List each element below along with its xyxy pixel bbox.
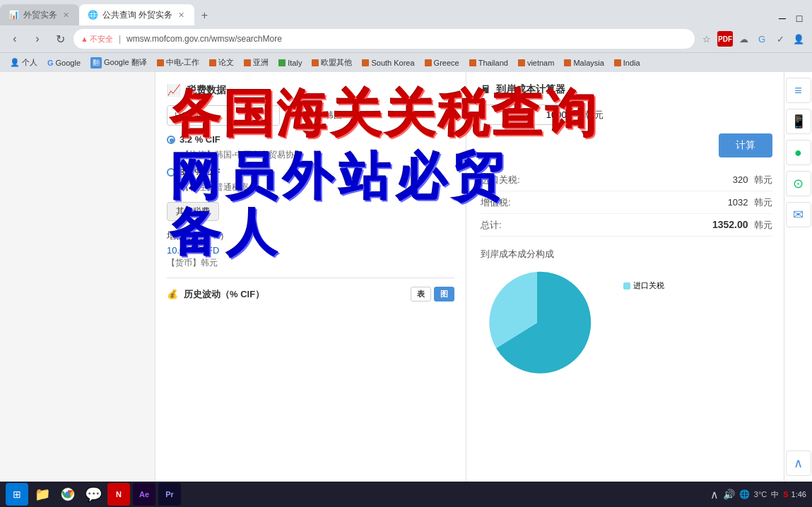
cif-option-1[interactable]: 3.2 % CIF — [167, 134, 454, 145]
history-header: 💰 历史波动（% CIF） 表 图 — [167, 287, 454, 302]
ime-indicator[interactable]: 中 — [771, 489, 779, 500]
taskbar-chrome[interactable] — [57, 483, 79, 506]
bookmark-italy[interactable]: Italy — [274, 57, 306, 68]
bookmark-translate[interactable]: 翻 Google 翻译 — [86, 56, 151, 70]
bookmark-label: Malaysia — [573, 59, 604, 67]
chat-sidebar-icon[interactable]: ✉ — [786, 202, 811, 227]
list-sidebar-icon[interactable]: ≡ — [786, 78, 811, 103]
bookmark-thailand[interactable]: Thailand — [465, 57, 512, 68]
bookmark-label: vietnam — [527, 59, 555, 67]
bookmark-south-korea[interactable]: South Korea — [358, 57, 418, 68]
history-title: 历史波动（% CIF） — [184, 288, 264, 301]
taskbar-app4[interactable]: N — [107, 483, 130, 506]
pie-chart-container: 进口关税 — [481, 266, 622, 379]
tab-close[interactable]: ✕ — [61, 9, 71, 21]
browser-ext-icon[interactable]: G — [754, 31, 770, 47]
other-taxes-button[interactable]: 其他税费 — [167, 202, 219, 221]
phone-sidebar-icon[interactable]: 📱 — [786, 109, 811, 134]
calc-amount-input[interactable] — [481, 105, 579, 125]
history-tabs: 表 图 — [411, 287, 454, 302]
maximize-button[interactable]: □ — [792, 11, 806, 25]
currency-unit: 韩元 — [585, 109, 604, 121]
tab-close-active[interactable]: ✕ — [177, 9, 186, 21]
chart-title: 到岸成本成分构成 — [481, 248, 772, 261]
taskbar: ⊞ 📁 💬 N Ae Pr ∧ 🔊 🌐 3°C 中 S 1:46 — [0, 482, 812, 507]
protocol-note: 【协议】韩国-中国自由贸易协定 — [167, 149, 454, 161]
check-icon[interactable]: ✓ — [772, 31, 788, 47]
bookmark-greece[interactable]: Greece — [420, 57, 464, 68]
total-label: 总计: — [481, 219, 502, 232]
cif-option-2[interactable]: 8.0 % CIF — [167, 167, 454, 177]
wechat-sidebar-icon[interactable]: ● — [786, 140, 811, 165]
vat-section: 增值税（VAT） 10.0 % CIFD 【货币】韩元 — [167, 229, 454, 269]
tab-inactive[interactable]: 📊 外贸实务 ✕ — [0, 4, 79, 25]
address-bar-row: ‹ › ↻ ▲ ▲ 不安全 不安全 | wmsw.mofcom.gov.cn/w… — [0, 25, 812, 52]
bookmark-label: 亚洲 — [253, 57, 269, 68]
content-wrapper: 各国海关关税查询 网员外站必贸 备人 📈 税费数据 进口国： 韩国 3.2 % … — [155, 72, 784, 482]
start-button[interactable]: ⊞ — [6, 483, 28, 506]
radio-selected-icon — [167, 136, 175, 144]
bookmark-work[interactable]: 中电-工作 — [153, 56, 204, 69]
forward-button[interactable]: › — [28, 30, 47, 48]
calc-panel: 🖩 到岸成本计算器 韩元 计算 进口关税: 320 韩元 增值税: — [466, 72, 784, 482]
profile-icon[interactable]: 👤 — [791, 31, 806, 47]
taskbar-clock: 1:46 — [792, 490, 806, 499]
bookmark-label: South Korea — [371, 59, 414, 67]
mini-program-sidebar-icon[interactable]: ⊙ — [786, 171, 811, 196]
taskbar-pr[interactable]: Pr — [158, 483, 181, 506]
bookmark-india[interactable]: India — [610, 57, 645, 68]
import-duty-unit: 韩元 — [754, 174, 772, 185]
vat-result-row: 增值税: 1032 韩元 — [481, 191, 772, 214]
bookmark-eu[interactable]: 欧盟其他 — [307, 56, 356, 69]
tab-favicon-active: 🌐 — [88, 10, 98, 20]
calculate-button[interactable]: 计算 — [719, 133, 772, 157]
back-button[interactable]: ‹ — [6, 30, 24, 48]
tab-active[interactable]: 🌐 公共查询 外贸实务 ✕ — [79, 4, 194, 25]
import-duty-label: 进口关税: — [481, 174, 520, 186]
new-tab-button[interactable]: + — [194, 6, 214, 25]
tax-panel-header: 📈 税费数据 — [167, 83, 454, 97]
legend-color-import — [623, 282, 630, 290]
reload-button[interactable]: ↻ — [51, 30, 69, 48]
expand-tray-icon[interactable]: ∧ — [710, 488, 719, 501]
antivirus-icon: S — [783, 490, 788, 499]
tab-favicon: 📊 — [8, 10, 19, 20]
cloud-icon[interactable]: ☁ — [736, 31, 751, 47]
table-tab[interactable]: 表 — [411, 287, 431, 302]
chart-section: 到岸成本成分构成 进口关税 — [481, 248, 772, 379]
hs-input-row: 进口国： 韩国 — [167, 105, 454, 126]
bookmark-asia[interactable]: 亚洲 — [240, 56, 273, 69]
chart-icon: 📈 — [167, 83, 181, 97]
main-area: 各国海关关税查询 网员外站必贸 备人 📈 税费数据 进口国： 韩国 3.2 % … — [0, 72, 812, 482]
scroll-top-icon[interactable]: ∧ — [786, 451, 811, 476]
bookmarks-bar: 👤 个人 G Google 翻 Google 翻译 中电-工作 论文 亚洲 It… — [0, 52, 812, 72]
bookmark-malaysia[interactable]: Malaysia — [560, 57, 608, 68]
bookmark-label: 论文 — [218, 57, 234, 68]
address-icons: ☆ PDF ☁ G ✓ 👤 — [699, 31, 806, 47]
minimize-button[interactable]: ─ — [775, 11, 789, 25]
taskbar-ae[interactable]: Ae — [133, 483, 155, 506]
backup-note: 【备注】普通税率 — [167, 181, 454, 193]
bookmark-label: 中电-工作 — [166, 57, 200, 68]
cif1-value: 3.2 % CIF — [180, 134, 220, 145]
taskbar-wechat[interactable]: 💬 — [82, 483, 105, 506]
money-icon: 💰 — [167, 289, 178, 299]
security-warning: ▲ ▲ 不安全 不安全 — [81, 34, 113, 44]
bookmark-personal[interactable]: 👤 个人 — [6, 56, 42, 69]
results-section: 进口关税: 320 韩元 增值税: 1032 韩元 总计: — [481, 169, 772, 237]
bookmark-star-icon[interactable]: ☆ — [699, 31, 714, 47]
bookmark-vietnam[interactable]: vietnam — [514, 57, 559, 68]
tab-bar: 📊 外贸实务 ✕ 🌐 公共查询 外贸实务 ✕ + ─ □ — [0, 0, 812, 25]
bookmark-google[interactable]: G Google — [43, 57, 85, 68]
volume-icon[interactable]: 🔊 — [723, 489, 735, 500]
network-icon[interactable]: 🌐 — [739, 489, 750, 499]
chart-tab[interactable]: 图 — [434, 287, 454, 302]
bookmark-paper[interactable]: 论文 — [205, 56, 238, 69]
taskbar-explorer[interactable]: 📁 — [31, 483, 54, 506]
pdf-icon[interactable]: PDF — [717, 31, 733, 47]
hs-code-input[interactable] — [167, 105, 280, 126]
vat-result-label: 增值税: — [481, 196, 511, 209]
address-bar[interactable]: ▲ ▲ 不安全 不安全 | wmsw.mofcom.gov.cn/wmsw/se… — [73, 29, 695, 49]
separator: | — [119, 34, 121, 44]
total-row: 总计: 1352.00 韩元 — [481, 214, 772, 237]
